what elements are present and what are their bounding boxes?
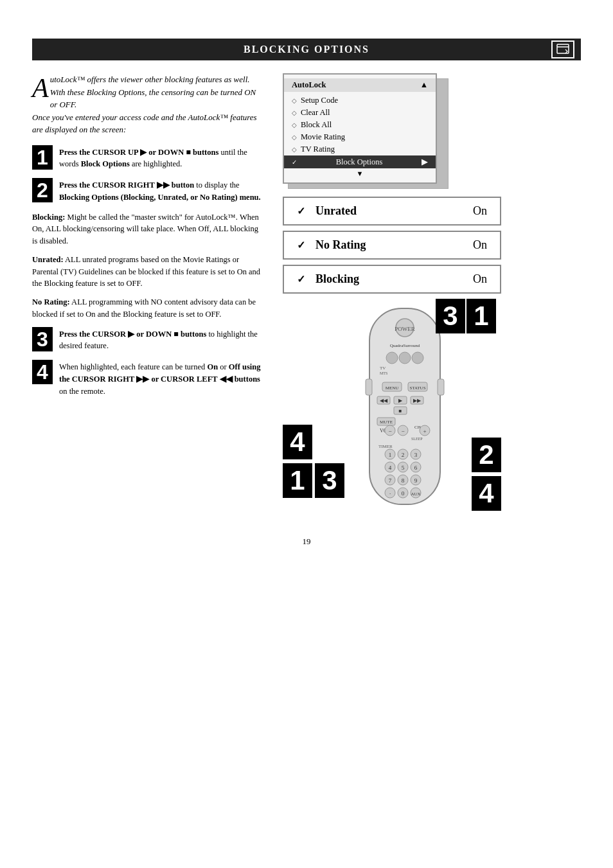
menu-item-clear-all: ◇ Clear All — [284, 107, 436, 119]
menu-box: AutoLock ▲ ◇ Setup Code ◇ Clear All ◇ Bl… — [283, 73, 437, 184]
title-icon — [551, 40, 574, 58]
svg-text:9: 9 — [414, 477, 418, 484]
svg-text:4: 4 — [389, 465, 392, 471]
remote-step-4-right: 4 — [472, 476, 501, 511]
step-4-text: When highlighted, each feature can be tu… — [59, 360, 263, 397]
rating-status: On — [473, 272, 487, 286]
desc-unrated: Unrated: ALL unrated programs based on t… — [32, 254, 263, 290]
menu-item-block-options: ✓ Block Options ▶ — [284, 155, 436, 168]
intro-text: A utoLock™ offers the viewer other block… — [32, 73, 263, 136]
page-title-bar: Blocking Options — [32, 39, 581, 60]
svg-text:2: 2 — [402, 452, 405, 458]
step-2-text: Press the CURSOR RIGHT ▶▶ button to disp… — [59, 178, 263, 204]
menu-item-label: Movie Rating — [301, 132, 345, 142]
remote-step-3-top: 3 — [436, 299, 465, 333]
rating-row-no-rating: ✓ No Rating On — [283, 231, 501, 260]
svg-text:TV: TV — [380, 366, 386, 371]
step-2-block: 2 Press the CURSOR RIGHT ▶▶ button to di… — [32, 178, 263, 204]
content-area: A utoLock™ offers the viewer other block… — [32, 73, 581, 517]
svg-text:3: 3 — [414, 452, 418, 458]
svg-text:8: 8 — [402, 477, 405, 484]
menu-item-setup-code: ◇ Setup Code — [284, 94, 436, 107]
right-column: AutoLock ▲ ◇ Setup Code ◇ Clear All ◇ Bl… — [283, 73, 581, 517]
svg-text:·: · — [389, 490, 391, 497]
svg-text:QuadraSurround: QuadraSurround — [390, 343, 420, 348]
desc-no-rating: No Rating: ALL programming with NO conte… — [32, 296, 263, 321]
rating-row-unrated: ✓ Unrated On — [283, 197, 501, 226]
svg-text:POWER: POWER — [395, 326, 415, 332]
svg-text:STATUS: STATUS — [409, 385, 425, 391]
svg-text:SLEEP: SLEEP — [411, 437, 423, 441]
menu-item-label: Block All — [301, 120, 332, 130]
check-icon: ✓ — [297, 239, 305, 251]
rating-label: Blocking — [315, 272, 359, 286]
menu-item-label: Block Options — [336, 157, 383, 167]
left-column: A utoLock™ offers the viewer other block… — [32, 73, 263, 517]
svg-point-6 — [386, 352, 398, 364]
page-title: Blocking Options — [244, 44, 369, 55]
down-arrow-icon: ▼ — [357, 170, 364, 177]
remote-wrapper: 1 3 4 1 3 2 4 POWER QuadraSurround — [283, 299, 501, 517]
check-icon: ✓ — [297, 273, 305, 285]
page-number: 19 — [32, 536, 581, 547]
svg-text:−: − — [401, 428, 404, 434]
remote-step-4-left: 4 — [283, 425, 312, 459]
step-3-text: Press the CURSOR ▶ or DOWN ■ buttons to … — [59, 327, 263, 353]
svg-rect-11 — [366, 379, 372, 395]
remote-svg: POWER QuadraSurround TV MTS MENU STATUS — [350, 305, 459, 511]
svg-point-8 — [412, 352, 423, 364]
diamond-icon: ◇ — [292, 97, 297, 104]
menu-container: AutoLock ▲ ◇ Setup Code ◇ Clear All ◇ Bl… — [283, 73, 443, 184]
arrow-right-icon: ▶ — [422, 157, 428, 167]
svg-text:1: 1 — [389, 452, 392, 458]
svg-text:0: 0 — [402, 490, 405, 497]
svg-text:MUTE: MUTE — [380, 420, 393, 425]
remote-step-1-top: 1 — [466, 299, 496, 333]
svg-text:TIMER: TIMER — [378, 444, 393, 449]
step-1-block: 1 Press the CURSOR UP ▶ or DOWN ■ button… — [32, 145, 263, 171]
svg-text:5: 5 — [402, 465, 405, 471]
menu-header-symbol: ▲ — [420, 80, 428, 90]
svg-text:−: − — [388, 428, 391, 434]
svg-text:■: ■ — [399, 408, 402, 414]
menu-footer: ▼ — [284, 168, 436, 179]
menu-item-label: Setup Code — [301, 96, 338, 105]
menu-item-block-all: ◇ Block All — [284, 119, 436, 131]
diamond-icon: ◇ — [292, 146, 297, 153]
step-3-number: 3 — [32, 327, 53, 351]
svg-text:AUX: AUX — [411, 492, 420, 497]
drop-cap: A — [32, 75, 49, 102]
step-3-block: 3 Press the CURSOR ▶ or DOWN ■ buttons t… — [32, 327, 263, 353]
intro-body: utoLock™ offers the viewer other blockin… — [32, 75, 257, 134]
rating-label: No Rating — [315, 238, 366, 252]
menu-item-movie-rating: ◇ Movie Rating — [284, 131, 436, 143]
svg-text:▶▶: ▶▶ — [413, 398, 422, 403]
step-2-number: 2 — [32, 178, 53, 202]
remote-step-1-bot: 1 — [283, 463, 312, 498]
svg-text:+: + — [423, 428, 426, 434]
menu-item-label: TV Rating — [301, 145, 335, 154]
svg-text:6: 6 — [414, 465, 418, 471]
rating-status: On — [473, 204, 487, 218]
svg-point-7 — [399, 352, 411, 364]
svg-rect-12 — [438, 379, 444, 395]
desc-blocking: Blocking: Might be called the "master sw… — [32, 211, 263, 247]
step-1-text: Press the CURSOR UP ▶ or DOWN ■ buttons … — [59, 145, 263, 171]
remote-step-3-bot: 3 — [315, 463, 344, 498]
menu-header-label: AutoLock — [292, 80, 326, 90]
check-icon: ✓ — [292, 159, 297, 166]
svg-text:◀◀: ◀◀ — [380, 398, 388, 403]
step-1-number: 1 — [32, 145, 53, 170]
menu-header: AutoLock ▲ — [284, 78, 436, 92]
rating-row-blocking: ✓ Blocking On — [283, 265, 501, 294]
menu-item-tv-rating: ◇ TV Rating — [284, 143, 436, 155]
menu-item-label: Clear All — [301, 108, 330, 118]
rating-label: Unrated — [315, 204, 357, 218]
svg-text:▶: ▶ — [398, 398, 403, 403]
svg-text:MENU: MENU — [386, 385, 399, 391]
diamond-icon: ◇ — [292, 109, 297, 116]
check-icon: ✓ — [297, 205, 305, 217]
remote-step-2-right: 2 — [472, 438, 501, 472]
step-4-block: 4 When highlighted, each feature can be … — [32, 360, 263, 397]
svg-text:7: 7 — [389, 477, 392, 484]
